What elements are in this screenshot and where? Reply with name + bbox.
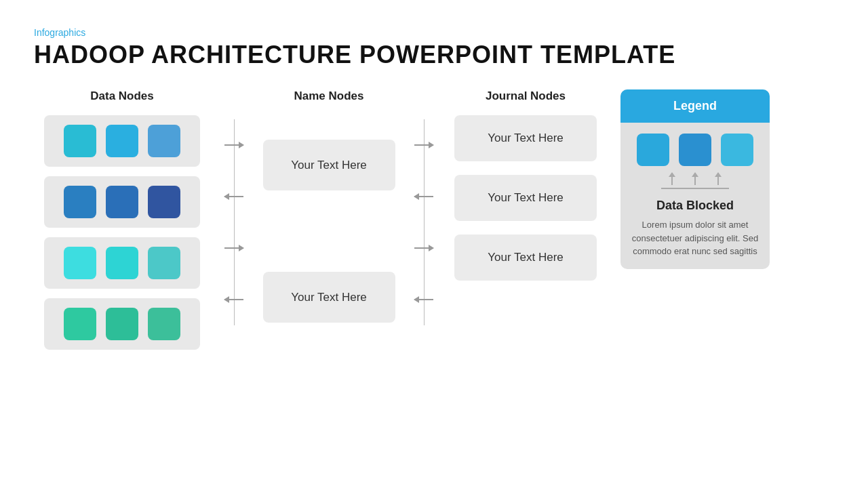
name-nodes-label: Name Nodes xyxy=(294,89,364,103)
left-connector xyxy=(210,89,258,325)
legend-arrow-3 xyxy=(717,173,719,185)
legend-box: Legend xyxy=(620,89,770,269)
node-square xyxy=(148,125,180,157)
arrowhead xyxy=(414,296,419,303)
journal-node-box-2: Your Text Here xyxy=(454,175,597,221)
legend-arrow-line xyxy=(717,173,719,185)
arrowhead xyxy=(429,245,434,251)
right-connector-row-1 xyxy=(400,119,448,171)
arrow-left-2 xyxy=(224,196,243,197)
header: Infographics HADOOP ARCHITECTURE POWERPO… xyxy=(34,27,834,69)
right-connector-row-4 xyxy=(400,274,448,325)
node-square xyxy=(148,308,180,340)
journal-node-box-1: Your Text Here xyxy=(454,115,597,161)
journal-nodes-label: Journal Nodes xyxy=(486,89,566,103)
legend-horizontal-line xyxy=(661,188,729,189)
legend-square-1 xyxy=(637,134,669,166)
node-square xyxy=(106,125,138,157)
arrowhead xyxy=(239,245,244,251)
data-node-row-1 xyxy=(44,115,200,167)
journal-node-box-3: Your Text Here xyxy=(454,235,597,281)
node-square xyxy=(64,308,96,340)
right-connector xyxy=(400,89,448,325)
journal-nodes-column: Journal Nodes Your Text Here Your Text H… xyxy=(448,89,604,294)
arrow-left-r2 xyxy=(414,196,433,197)
arrowhead xyxy=(224,296,229,303)
arrowhead xyxy=(239,142,244,148)
page: Infographics HADOOP ARCHITECTURE POWERPO… xyxy=(0,0,868,488)
node-square xyxy=(106,247,138,279)
arrowhead xyxy=(414,193,419,200)
node-square xyxy=(106,308,138,340)
journal-node-text-1: Your Text Here xyxy=(488,131,564,145)
arrowhead-up xyxy=(715,172,722,177)
arrow-right-3 xyxy=(224,247,243,249)
arrow-right-r1 xyxy=(414,144,433,146)
legend-squares xyxy=(631,134,759,166)
data-nodes-column: Data Nodes xyxy=(34,89,210,359)
legend-column: Legend xyxy=(617,89,773,269)
name-node-text-1: Your Text Here xyxy=(291,159,367,172)
legend-title: Data Blocked xyxy=(631,199,759,213)
name-node-box-1: Your Text Here xyxy=(263,140,395,190)
content-area: Data Nodes xyxy=(34,89,834,468)
node-square xyxy=(148,247,180,279)
connector-row-3 xyxy=(210,222,258,274)
node-square xyxy=(106,186,138,218)
legend-square-3 xyxy=(721,134,753,166)
name-node-box-2: Your Text Here xyxy=(263,272,395,323)
arrowhead-up xyxy=(692,172,698,177)
legend-arrow-2 xyxy=(694,173,696,185)
node-square xyxy=(64,125,96,157)
category-label: Infographics xyxy=(34,27,834,38)
right-connector-row-2 xyxy=(400,171,448,222)
node-square xyxy=(64,186,96,218)
name-node-text-2: Your Text Here xyxy=(291,291,367,304)
journal-node-text-3: Your Text Here xyxy=(488,251,564,264)
right-connector-row-3 xyxy=(400,222,448,274)
arrow-left-r4 xyxy=(414,299,433,300)
connector-row-4 xyxy=(210,274,258,325)
page-title: HADOOP ARCHITECTURE POWERPOINT TEMPLATE xyxy=(34,41,834,69)
legend-header: Legend xyxy=(620,89,770,123)
legend-arrows-row xyxy=(631,173,759,185)
arrow-left-4 xyxy=(224,299,243,300)
node-square xyxy=(64,247,96,279)
arrowhead xyxy=(429,142,434,148)
legend-square-2 xyxy=(679,134,711,166)
connector-row-1 xyxy=(210,119,258,171)
legend-arrow-line xyxy=(671,173,673,185)
legend-description: Lorem ipsum dolor sit amet consectetuer … xyxy=(631,218,759,258)
data-node-row-2 xyxy=(44,176,200,228)
journal-node-text-2: Your Text Here xyxy=(488,191,564,205)
arrow-right-r3 xyxy=(414,247,433,249)
data-node-row-4 xyxy=(44,298,200,350)
node-square xyxy=(148,186,180,218)
name-nodes-column: Name Nodes Your Text Here Your Text Here xyxy=(258,89,400,323)
legend-arrow-line xyxy=(694,173,696,185)
connector-row-2 xyxy=(210,171,258,222)
data-node-row-3 xyxy=(44,237,200,289)
legend-body: Data Blocked Lorem ipsum dolor sit amet … xyxy=(620,123,770,269)
legend-arrow-1 xyxy=(671,173,673,185)
arrow-right-1 xyxy=(224,144,243,146)
arrowhead xyxy=(224,193,229,200)
data-nodes-label: Data Nodes xyxy=(90,89,154,103)
arrowhead-up xyxy=(669,172,675,177)
